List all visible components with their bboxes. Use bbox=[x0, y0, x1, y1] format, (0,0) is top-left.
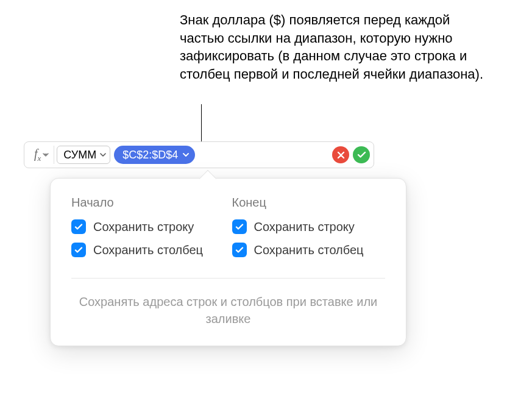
confirm-button[interactable] bbox=[353, 146, 370, 163]
checkbox-checked[interactable] bbox=[232, 219, 247, 234]
popover-footer-text: Сохранять адреса строк и столбцов при вс… bbox=[71, 293, 385, 327]
checkbox-label: Сохранить строку bbox=[93, 220, 194, 234]
checkmark-icon bbox=[74, 224, 83, 230]
divider bbox=[71, 278, 385, 279]
range-reference-text: $C$2:$D$4 bbox=[122, 149, 178, 162]
checkbox-label: Сохранить строку bbox=[254, 220, 355, 234]
end-preserve-column[interactable]: Сохранить столбец bbox=[232, 243, 386, 257]
function-name: СУММ bbox=[63, 149, 96, 162]
separator bbox=[54, 146, 54, 164]
start-column: Начало Сохранить строку Сохранить столбе… bbox=[71, 196, 225, 266]
popover-arrow bbox=[199, 170, 216, 187]
end-title: Конец bbox=[232, 196, 386, 210]
checkbox-checked[interactable] bbox=[71, 243, 86, 257]
checkmark-icon bbox=[235, 247, 244, 254]
start-preserve-column[interactable]: Сохранить столбец bbox=[71, 243, 225, 257]
chevron-down-icon bbox=[100, 151, 106, 158]
start-title: Начало bbox=[71, 196, 225, 210]
annotation-callout-text: Знак доллара ($) появляется перед каждой… bbox=[180, 11, 497, 83]
fx-icon: fx bbox=[34, 147, 41, 163]
checkmark-icon bbox=[74, 247, 83, 254]
checkmark-icon bbox=[357, 151, 366, 158]
formula-editor: fx СУММ $C$2:$D$4 bbox=[24, 141, 374, 168]
end-preserve-row[interactable]: Сохранить строку bbox=[232, 219, 386, 234]
cancel-button[interactable] bbox=[332, 146, 349, 163]
preserve-reference-popover: Начало Сохранить строку Сохранить столбе… bbox=[50, 178, 406, 346]
range-reference-token[interactable]: $C$2:$D$4 bbox=[114, 146, 195, 164]
checkbox-label: Сохранить столбец bbox=[93, 243, 203, 257]
formula-bar: fx СУММ $C$2:$D$4 bbox=[24, 141, 374, 168]
close-icon bbox=[337, 151, 345, 159]
checkbox-checked[interactable] bbox=[232, 243, 247, 257]
fx-menu-button[interactable]: fx bbox=[30, 147, 52, 163]
checkmark-icon bbox=[235, 224, 244, 230]
checkbox-checked[interactable] bbox=[71, 219, 86, 234]
chevron-down-icon bbox=[183, 151, 189, 158]
start-preserve-row[interactable]: Сохранить строку bbox=[71, 219, 225, 234]
checkbox-label: Сохранить столбец bbox=[254, 243, 364, 257]
end-column: Конец Сохранить строку Сохранить столбец bbox=[232, 196, 386, 266]
function-token[interactable]: СУММ bbox=[57, 146, 110, 164]
chevron-down-icon bbox=[43, 151, 49, 158]
